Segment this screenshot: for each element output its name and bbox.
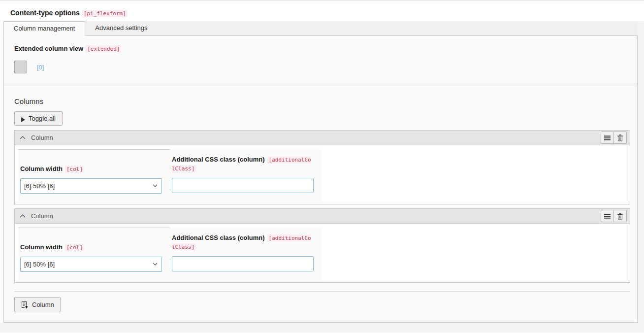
panel-header[interactable]: Column [15,209,630,224]
delete-panel-button[interactable] [613,132,627,144]
drag-handle-icon [604,135,611,140]
field-key-badge: [col] [65,166,84,173]
toggle-all-label: Toggle all [29,115,56,122]
field-label: Column width[col] [20,231,162,252]
select-wrap: [6] 50% [6] [20,178,162,194]
page-title: Content-type options [10,9,80,17]
drag-handle-icon [604,214,611,219]
trash-icon [617,213,623,220]
column-width-select[interactable]: [6] 50% [6] [20,178,162,194]
field-additional-css-class: Additional CSS class (column)[additional… [170,228,322,280]
chevron-up-icon [20,136,26,139]
field-column-width: Column width[col] [6] 50% [6] [18,228,170,280]
extended-checkbox[interactable] [14,61,27,73]
panel-body: Column width[col] [6] 50% [6] [15,224,630,282]
flexform-container: Column management Advanced settings Exte… [3,21,638,323]
field-label-text: Additional CSS class (column) [172,234,265,241]
field-label: Column width[col] [20,153,162,173]
tab-bar: Column management Advanced settings [3,21,638,36]
panel-title: Column [31,212,53,220]
field-column-width: Column width[col] [6] 50% [6] [18,149,170,202]
chevron-up-icon [20,214,26,218]
checkbox-value-label: [0] [37,64,44,71]
flexform-editor: Content-type options[pi_flexform] Column… [0,0,644,333]
extended-field-label: Extended column view[extended] [14,45,630,52]
panel-title: Column [31,134,53,141]
additional-css-class-input[interactable] [172,256,314,271]
field-extended-column-view: Extended column view[extended] [0] [4,36,637,86]
tab-content: Extended column view[extended] [0] Colum… [3,36,638,323]
additional-css-class-input[interactable] [172,178,314,193]
tab-column-management[interactable]: Column management [3,21,85,36]
bottom-gutter [0,323,644,333]
toggle-all-button[interactable]: Toggle all [14,111,63,126]
extended-label-text: Extended column view [14,45,83,52]
field-title-row: Content-type options[pi_flexform] [0,1,644,21]
section-divider [14,291,630,292]
add-record-icon [21,301,29,309]
column-width-select[interactable]: [6] 50% [6] [20,257,162,272]
field-additional-css-class: Additional CSS class (column)[additional… [170,149,322,202]
column-panel: Column [14,130,630,204]
field-key-badge: [extended] [86,45,121,53]
add-column-button[interactable]: Column [14,297,61,312]
panel-header-buttons [601,132,627,144]
field-label-text: Column width [20,165,63,172]
panel-header[interactable]: Column [15,131,630,145]
field-label: Additional CSS class (column)[additional… [172,152,314,173]
column-panel: Column [14,208,630,283]
panel-header-buttons [601,210,627,222]
field-key-badge: [col] [65,244,84,251]
columns-section-title: Columns [14,97,630,105]
drag-handle-button[interactable] [601,210,614,222]
panel-body: Column width[col] [6] 50% [6] [15,145,630,204]
triangle-right-icon [21,116,25,121]
extended-checkbox-row: [0] [14,61,630,73]
delete-panel-button[interactable] [613,210,627,222]
columns-section: Columns Toggle all Column [4,86,637,322]
field-key-badge: [pi_flexform] [82,10,128,17]
add-column-label: Column [32,301,54,308]
select-wrap: [6] 50% [6] [20,257,162,272]
field-label: Additional CSS class (column)[additional… [172,231,314,251]
field-label-text: Column width [20,243,63,251]
trash-icon [617,134,623,141]
tab-advanced-settings[interactable]: Advanced settings [85,21,157,35]
drag-handle-button[interactable] [601,132,614,144]
field-label-text: Additional CSS class (column) [172,156,265,163]
right-gutter [638,21,644,323]
